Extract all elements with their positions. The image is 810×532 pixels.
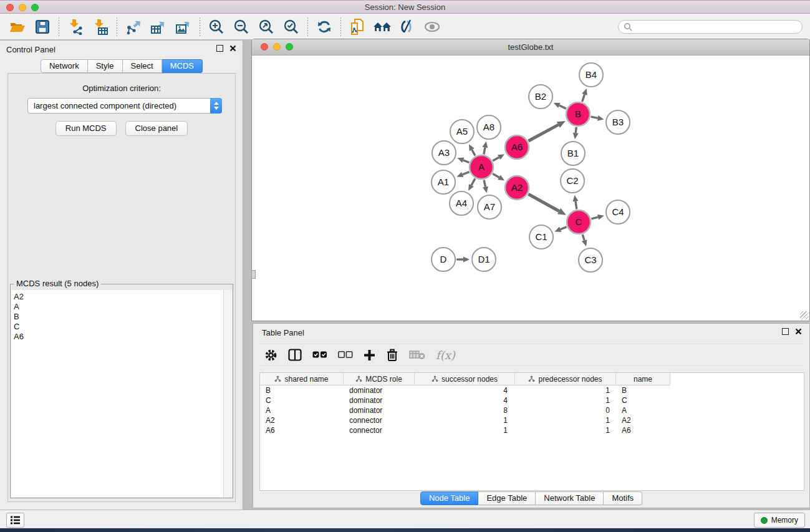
edge[interactable]: [576, 127, 576, 133]
table-cell[interactable]: dominator: [344, 396, 415, 405]
table-cell[interactable]: A6: [616, 426, 670, 435]
edge[interactable]: [463, 172, 470, 175]
delete-table-icon[interactable]: [409, 350, 425, 360]
zoom-fit-icon[interactable]: [254, 16, 279, 37]
table-cell[interactable]: A: [616, 406, 670, 415]
table-row[interactable]: Bdominator41B: [260, 385, 804, 395]
network-canvas[interactable]: AA1A2A3A4A5A6A7A8BB1B2B3B4CC1C2C3C4DD1: [252, 55, 809, 321]
float-panel-icon[interactable]: [782, 328, 789, 335]
import-table-icon[interactable]: [88, 16, 113, 37]
table-cell[interactable]: C: [616, 396, 670, 405]
tab-network[interactable]: Network: [41, 59, 88, 73]
edge[interactable]: [472, 150, 475, 156]
window-resize-handle[interactable]: [251, 270, 256, 279]
table-cell[interactable]: dominator: [344, 406, 415, 415]
column-header-shared-name[interactable]: shared name: [260, 373, 344, 385]
export-table-icon[interactable]: [146, 16, 171, 37]
table-cell[interactable]: C: [260, 396, 344, 405]
mcds-result-item[interactable]: C: [14, 322, 223, 332]
table-cell[interactable]: A: [260, 406, 344, 415]
edge[interactable]: [582, 94, 585, 102]
table-row[interactable]: Adominator80A: [260, 405, 804, 415]
delete-column-icon[interactable]: [386, 349, 398, 362]
tab-style[interactable]: Style: [88, 59, 123, 73]
toggle-columns-icon[interactable]: [288, 349, 302, 361]
table-row[interactable]: Cdominator41C: [260, 395, 804, 405]
close-window-icon[interactable]: [6, 4, 14, 11]
table-cell[interactable]: 8: [415, 406, 515, 415]
table-cell[interactable]: 1: [515, 386, 616, 395]
tab-edge-table[interactable]: Edge Table: [478, 491, 536, 505]
table-cell[interactable]: connector: [344, 426, 415, 435]
table-cell[interactable]: A2: [260, 416, 344, 425]
float-panel-icon[interactable]: [216, 45, 223, 52]
zoom-out-icon[interactable]: [229, 16, 254, 37]
close-panel-icon[interactable]: [795, 328, 802, 335]
edge[interactable]: [463, 160, 470, 163]
save-session-icon[interactable]: [30, 16, 55, 37]
home-layout-icon[interactable]: [370, 16, 395, 37]
edge[interactable]: [576, 201, 577, 210]
tab-mcds[interactable]: MCDS: [162, 59, 203, 73]
table-cell[interactable]: connector: [344, 416, 415, 425]
mcds-result-scrollbar[interactable]: [223, 290, 232, 497]
edge[interactable]: [493, 174, 499, 178]
edge[interactable]: [528, 194, 559, 211]
column-header-name[interactable]: name: [616, 373, 670, 385]
minimize-window-icon[interactable]: [19, 4, 26, 11]
select-all-icon[interactable]: [312, 351, 327, 359]
tab-node-table[interactable]: Node Table: [420, 491, 479, 505]
search-box[interactable]: [618, 20, 803, 34]
table-cell[interactable]: dominator: [344, 386, 415, 395]
export-image-icon[interactable]: [171, 16, 196, 37]
search-input[interactable]: [632, 22, 797, 32]
network-minimize-icon[interactable]: [273, 43, 281, 51]
mcds-result-item[interactable]: A: [14, 302, 223, 312]
zoom-in-icon[interactable]: [204, 16, 229, 37]
network-window-titlebar[interactable]: testGlobe.txt: [252, 39, 809, 56]
run-mcds-button[interactable]: Run MCDS: [55, 121, 117, 136]
table-cell[interactable]: B: [260, 386, 344, 395]
window-resize-grip[interactable]: [800, 311, 809, 320]
export-network-icon[interactable]: [121, 16, 146, 37]
column-header-mcds-role[interactable]: MCDS role: [344, 373, 415, 385]
table-cell[interactable]: 1: [415, 426, 515, 435]
close-panel-icon[interactable]: [229, 45, 236, 52]
table-cell[interactable]: 4: [415, 396, 515, 405]
edge[interactable]: [528, 125, 558, 141]
close-panel-button[interactable]: Close panel: [125, 121, 188, 136]
add-column-icon[interactable]: [364, 349, 375, 361]
mcds-result-item[interactable]: B: [14, 312, 223, 322]
table-cell[interactable]: 1: [515, 396, 616, 405]
task-history-button[interactable]: [6, 513, 24, 528]
network-maximize-icon[interactable]: [286, 43, 293, 51]
table-cell[interactable]: 1: [515, 426, 616, 435]
table-cell[interactable]: 1: [515, 416, 616, 425]
edge[interactable]: [559, 105, 566, 109]
column-header-successor-nodes[interactable]: successor nodes: [415, 373, 515, 385]
table-cell[interactable]: B: [616, 386, 670, 395]
edge[interactable]: [561, 227, 567, 230]
optimization-criterion-select[interactable]: largest connected component (directed): [27, 98, 222, 114]
network-graph[interactable]: AA1A2A3A4A5A6A7A8BB1B2B3B4CC1C2C3C4DD1: [252, 55, 809, 321]
tab-network-table[interactable]: Network Table: [536, 491, 604, 505]
edge[interactable]: [582, 235, 584, 240]
edge[interactable]: [471, 178, 475, 185]
mcds-result-item[interactable]: A2: [14, 292, 223, 302]
edge[interactable]: [484, 180, 485, 187]
memory-button[interactable]: Memory: [754, 513, 805, 528]
import-network-icon[interactable]: [63, 16, 88, 37]
refresh-icon[interactable]: [312, 16, 337, 37]
tab-motifs[interactable]: Motifs: [604, 491, 642, 505]
tab-select[interactable]: Select: [123, 59, 162, 73]
zoom-selected-icon[interactable]: [279, 16, 304, 37]
mcds-result-item[interactable]: A6: [14, 332, 223, 342]
edge[interactable]: [591, 117, 598, 118]
edge[interactable]: [484, 147, 485, 154]
maximize-window-icon[interactable]: [31, 4, 39, 11]
table-cell[interactable]: 1: [415, 416, 515, 425]
function-builder-icon[interactable]: f(x): [436, 349, 455, 362]
deselect-all-icon[interactable]: [338, 351, 353, 359]
open-session-icon[interactable]: [5, 16, 30, 37]
table-cell[interactable]: A6: [260, 426, 344, 435]
